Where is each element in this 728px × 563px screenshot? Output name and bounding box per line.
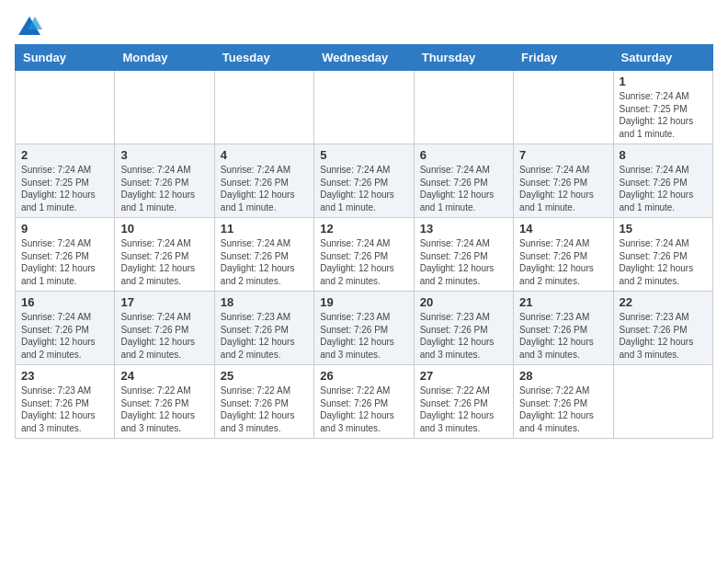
day-number: 19 [320,295,407,309]
day-header-sunday: Sunday [16,45,115,71]
day-number: 9 [21,222,108,236]
day-header-friday: Friday [514,45,613,71]
calendar-cell: 4Sunrise: 7:24 AM Sunset: 7:26 PM Daylig… [214,144,313,218]
day-info: Sunrise: 7:24 AM Sunset: 7:26 PM Dayligh… [420,164,507,213]
calendar-cell: 12Sunrise: 7:24 AM Sunset: 7:26 PM Dayli… [314,218,414,292]
calendar-cell: 24Sunrise: 7:22 AM Sunset: 7:26 PM Dayli… [115,365,214,439]
calendar-table: SundayMondayTuesdayWednesdayThursdayFrid… [15,44,713,439]
calendar-cell: 11Sunrise: 7:24 AM Sunset: 7:26 PM Dayli… [214,218,313,292]
day-info: Sunrise: 7:23 AM Sunset: 7:26 PM Dayligh… [21,385,108,434]
calendar-cell: 28Sunrise: 7:22 AM Sunset: 7:26 PM Dayli… [514,365,613,439]
day-number: 17 [120,295,208,309]
day-number: 6 [420,148,507,162]
day-info: Sunrise: 7:24 AM Sunset: 7:26 PM Dayligh… [320,237,407,287]
calendar-cell: 21Sunrise: 7:23 AM Sunset: 7:26 PM Dayli… [514,292,613,365]
calendar-cell: 3Sunrise: 7:24 AM Sunset: 7:26 PM Daylig… [115,144,214,218]
calendar-cell: 8Sunrise: 7:24 AM Sunset: 7:26 PM Daylig… [613,144,712,218]
calendar-cell: 1Sunrise: 7:24 AM Sunset: 7:25 PM Daylig… [613,71,712,144]
day-number: 18 [221,295,308,309]
day-number: 8 [620,148,707,162]
calendar-cell: 16Sunrise: 7:24 AM Sunset: 7:26 PM Dayli… [16,292,115,365]
day-number: 26 [320,369,407,383]
day-info: Sunrise: 7:23 AM Sunset: 7:26 PM Dayligh… [420,311,507,361]
day-info: Sunrise: 7:24 AM Sunset: 7:26 PM Dayligh… [519,237,607,287]
calendar-cell: 27Sunrise: 7:22 AM Sunset: 7:26 PM Dayli… [414,365,513,439]
calendar-cell: 17Sunrise: 7:24 AM Sunset: 7:26 PM Dayli… [115,292,214,365]
day-info: Sunrise: 7:23 AM Sunset: 7:26 PM Dayligh… [620,311,707,361]
day-info: Sunrise: 7:24 AM Sunset: 7:26 PM Dayligh… [320,164,407,213]
day-number: 7 [519,148,607,162]
day-info: Sunrise: 7:22 AM Sunset: 7:26 PM Dayligh… [519,385,607,434]
calendar-cell: 9Sunrise: 7:24 AM Sunset: 7:26 PM Daylig… [16,218,115,292]
calendar-cell: 18Sunrise: 7:23 AM Sunset: 7:26 PM Dayli… [214,292,313,365]
day-info: Sunrise: 7:22 AM Sunset: 7:26 PM Dayligh… [320,385,407,434]
calendar-cell: 14Sunrise: 7:24 AM Sunset: 7:26 PM Dayli… [514,218,613,292]
calendar-cell: 13Sunrise: 7:24 AM Sunset: 7:26 PM Dayli… [414,218,513,292]
logo [15,15,42,37]
day-info: Sunrise: 7:24 AM Sunset: 7:26 PM Dayligh… [620,237,707,287]
day-number: 10 [120,222,208,236]
calendar-cell [414,71,513,144]
day-info: Sunrise: 7:24 AM Sunset: 7:26 PM Dayligh… [420,237,507,287]
day-number: 23 [21,369,108,383]
day-number: 3 [120,148,208,162]
calendar-cell: 26Sunrise: 7:22 AM Sunset: 7:26 PM Dayli… [314,365,414,439]
calendar-cell [514,71,613,144]
day-number: 20 [420,295,507,309]
day-info: Sunrise: 7:22 AM Sunset: 7:26 PM Dayligh… [420,385,507,434]
calendar-cell [115,71,214,144]
day-info: Sunrise: 7:24 AM Sunset: 7:25 PM Dayligh… [21,164,108,213]
day-info: Sunrise: 7:24 AM Sunset: 7:26 PM Dayligh… [21,311,108,361]
day-number: 12 [320,222,407,236]
calendar-cell [613,365,712,439]
calendar-cell: 23Sunrise: 7:23 AM Sunset: 7:26 PM Dayli… [16,365,115,439]
day-number: 27 [420,369,507,383]
day-number: 24 [120,369,208,383]
day-number: 28 [519,369,607,383]
day-info: Sunrise: 7:23 AM Sunset: 7:26 PM Dayligh… [320,311,407,361]
day-info: Sunrise: 7:24 AM Sunset: 7:26 PM Dayligh… [120,311,208,361]
calendar-week-row: 23Sunrise: 7:23 AM Sunset: 7:26 PM Dayli… [16,365,713,439]
day-number: 4 [221,148,308,162]
calendar-week-row: 1Sunrise: 7:24 AM Sunset: 7:25 PM Daylig… [16,71,713,144]
day-info: Sunrise: 7:24 AM Sunset: 7:26 PM Dayligh… [221,237,308,287]
day-info: Sunrise: 7:22 AM Sunset: 7:26 PM Dayligh… [221,385,308,434]
day-number: 13 [420,222,507,236]
day-info: Sunrise: 7:24 AM Sunset: 7:26 PM Dayligh… [620,164,707,213]
calendar-cell: 2Sunrise: 7:24 AM Sunset: 7:25 PM Daylig… [16,144,115,218]
day-number: 22 [620,295,707,309]
day-number: 14 [519,222,607,236]
calendar-cell: 22Sunrise: 7:23 AM Sunset: 7:26 PM Dayli… [613,292,712,365]
day-number: 2 [21,148,108,162]
page-header [15,15,713,37]
day-header-thursday: Thursday [414,45,513,71]
day-number: 16 [21,295,108,309]
calendar-cell: 5Sunrise: 7:24 AM Sunset: 7:26 PM Daylig… [314,144,414,218]
day-number: 5 [320,148,407,162]
day-number: 1 [620,75,707,88]
day-header-wednesday: Wednesday [314,45,414,71]
calendar-week-row: 9Sunrise: 7:24 AM Sunset: 7:26 PM Daylig… [16,218,713,292]
day-info: Sunrise: 7:22 AM Sunset: 7:26 PM Dayligh… [120,385,208,434]
calendar-week-row: 16Sunrise: 7:24 AM Sunset: 7:26 PM Dayli… [16,292,713,365]
day-info: Sunrise: 7:24 AM Sunset: 7:26 PM Dayligh… [221,164,308,213]
day-info: Sunrise: 7:24 AM Sunset: 7:26 PM Dayligh… [21,237,108,287]
day-number: 11 [221,222,308,236]
calendar-cell: 19Sunrise: 7:23 AM Sunset: 7:26 PM Dayli… [314,292,414,365]
day-number: 15 [620,222,707,236]
day-info: Sunrise: 7:24 AM Sunset: 7:26 PM Dayligh… [120,237,208,287]
calendar-cell: 15Sunrise: 7:24 AM Sunset: 7:26 PM Dayli… [613,218,712,292]
calendar-cell: 10Sunrise: 7:24 AM Sunset: 7:26 PM Dayli… [115,218,214,292]
day-info: Sunrise: 7:23 AM Sunset: 7:26 PM Dayligh… [221,311,308,361]
calendar-cell: 25Sunrise: 7:22 AM Sunset: 7:26 PM Dayli… [214,365,313,439]
calendar-cell: 6Sunrise: 7:24 AM Sunset: 7:26 PM Daylig… [414,144,513,218]
calendar-week-row: 2Sunrise: 7:24 AM Sunset: 7:25 PM Daylig… [16,144,713,218]
day-info: Sunrise: 7:23 AM Sunset: 7:26 PM Dayligh… [519,311,607,361]
calendar-cell [214,71,313,144]
day-header-tuesday: Tuesday [214,45,313,71]
day-number: 21 [519,295,607,309]
calendar-cell: 20Sunrise: 7:23 AM Sunset: 7:26 PM Dayli… [414,292,513,365]
day-info: Sunrise: 7:24 AM Sunset: 7:26 PM Dayligh… [120,164,208,213]
day-info: Sunrise: 7:24 AM Sunset: 7:26 PM Dayligh… [519,164,607,213]
calendar-cell [314,71,414,144]
